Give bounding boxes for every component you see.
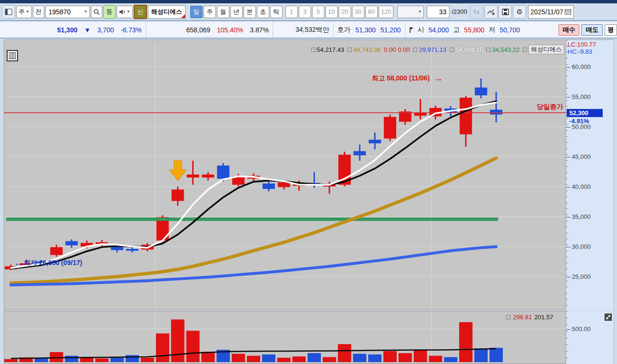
extra-dropdown[interactable]: ▼ (397, 6, 424, 18)
search-icon (93, 9, 100, 15)
stock-code-field-wrap: ▼ (45, 6, 90, 18)
sell-button[interactable]: 매도 (581, 24, 603, 36)
period-dropdown-label: 주 (19, 8, 25, 16)
current-price-box: 52,300 (567, 109, 603, 117)
chart-toolbar: 주 ▼ 전 ▼ 통 ▼ 신 해성디에스 일주월년분초틱 135102030601… (0, 3, 617, 21)
turnover-pct: 3.87% (250, 26, 269, 34)
legend-item-text: 29,971.13 (419, 46, 446, 53)
panel-toggle-icon[interactable] (2, 5, 15, 19)
price-tick-label: 40,000 (572, 183, 591, 190)
volume-chart[interactable] (4, 312, 566, 364)
chart-grid-button[interactable] (7, 50, 18, 61)
legend-item-text: 해성디에스 (529, 45, 564, 54)
compare-chart-button[interactable] (470, 5, 483, 19)
volume-legend: 296.81 201.57 (506, 314, 553, 321)
interval-button-20[interactable]: 20 (339, 6, 351, 18)
open-label: 시 (418, 26, 424, 34)
ask-price: 51,200 (381, 26, 401, 34)
high-price: 55,800 (464, 26, 484, 34)
jeon-button[interactable]: 전 (33, 6, 44, 18)
volume-axis: 500.00 (566, 311, 614, 364)
price-change-pct: -6.73% (121, 26, 142, 34)
period-tab-틱[interactable]: 틱 (270, 6, 283, 18)
stock-name-box[interactable]: 해성디에스 (148, 5, 186, 19)
price-tick-label: 25,000 (572, 273, 591, 280)
legend-item-text: 54,217.43 (317, 46, 344, 53)
price-tick-dash (566, 247, 570, 247)
period-tab-주[interactable]: 주 (204, 6, 216, 18)
interval-button-60[interactable]: 60 (365, 6, 378, 18)
period-tab-초[interactable]: 초 (257, 6, 269, 18)
price-tick-label: 35,000 (572, 213, 591, 220)
code-chevron-down-icon[interactable]: ▼ (84, 10, 88, 14)
right-arrow-icon: → (433, 73, 443, 84)
close-line-label: 당일종가 (537, 103, 563, 111)
date-field[interactable]: 2025/11/07 (528, 5, 574, 19)
search-button[interactable] (91, 6, 102, 18)
main-chart-plot[interactable]: 54,217.4344,743.360.00 0.0029,971.1354,0… (4, 39, 566, 310)
legend-item-4: 54,004.15 (450, 46, 483, 53)
interval-button-5[interactable]: 5 (312, 6, 324, 18)
price-tick-dash (566, 217, 570, 217)
high-label: 고 (453, 26, 460, 34)
sound-button[interactable]: ▼ (117, 6, 133, 18)
legend-square-icon (450, 48, 454, 52)
legend-item-0: 54,217.43 (311, 46, 344, 53)
candlestick-chart[interactable] (4, 40, 566, 310)
tong-badge[interactable]: 통 (103, 5, 116, 19)
period-tab-월[interactable]: 월 (217, 6, 229, 18)
resize-corner-icon (181, 14, 185, 18)
volume-plot[interactable]: 296.81 201.57 (4, 311, 566, 364)
period-tab-일[interactable]: 일 (190, 6, 203, 18)
low-price: 50,700 (499, 26, 520, 34)
legend-item-text: 54,004.15 (455, 46, 483, 53)
settings-button[interactable]: ⚙ (513, 5, 526, 19)
date-value: 2025/11/07 (530, 8, 563, 16)
period-tab-년[interactable]: 년 (230, 6, 243, 18)
price-tick-dash (566, 157, 570, 157)
bid-price: 51,300 (355, 26, 376, 34)
price-change: 3,700 (98, 26, 114, 34)
save-icon (502, 9, 509, 15)
period-dropdown[interactable]: 주 ▼ (16, 6, 32, 18)
volume-legend-black: 201.57 (534, 314, 553, 321)
legend-item-6: 해성디에스 (523, 45, 564, 54)
down-arrow-icon: ▼ (84, 26, 91, 34)
expand-icon[interactable] (605, 314, 612, 321)
interval-button-10[interactable]: 10 (325, 6, 338, 18)
price-tick-label: 30,000 (572, 243, 591, 250)
price-axis-minor-ticks (566, 40, 568, 310)
interval-button-120[interactable]: 120 (379, 6, 394, 18)
volume-value: 658,069 (186, 26, 210, 34)
interval-button-30[interactable]: 30 (352, 6, 364, 18)
avg-button[interactable]: 평 (605, 24, 617, 36)
amount-value: 34,532백만 (295, 26, 329, 34)
volume-axis-minor-ticks (566, 311, 568, 364)
low-label: 저 (489, 26, 495, 34)
save-button[interactable] (499, 5, 512, 19)
price-box-percent: -4.91% (569, 118, 589, 125)
speaker-icon (119, 9, 126, 15)
amount-cell: 34,532백만 (273, 22, 333, 38)
stock-name-label: 해성디에스 (151, 8, 182, 16)
current-price: 51,300 (57, 26, 78, 34)
tong-label: 통 (106, 8, 112, 16)
interval-button-3[interactable]: 3 (299, 6, 311, 18)
price-tick-label: 45,000 (572, 153, 591, 160)
period-tabs: 일주월년분초틱 (190, 6, 284, 18)
lc-value: LC:100.77 (568, 41, 596, 48)
volume-tick-dash (566, 329, 570, 330)
legend-square-icon (506, 315, 510, 319)
stock-code-input[interactable] (48, 8, 83, 16)
price-box-value: 52,300 (569, 109, 588, 117)
volume-legend-red: 296.81 (513, 314, 532, 321)
bar-count-input[interactable] (429, 8, 447, 16)
add-indicator-button[interactable] (484, 5, 498, 19)
volume-tick-label: 500.00 (572, 325, 591, 333)
buy-button[interactable]: 매수 (558, 24, 580, 36)
price-tick-label: 55,000 (572, 93, 591, 100)
candles-icon (473, 9, 480, 15)
period-tab-분[interactable]: 분 (244, 6, 256, 18)
sin-badge[interactable]: 신 (134, 5, 147, 19)
interval-button-1[interactable]: 1 (285, 6, 298, 18)
